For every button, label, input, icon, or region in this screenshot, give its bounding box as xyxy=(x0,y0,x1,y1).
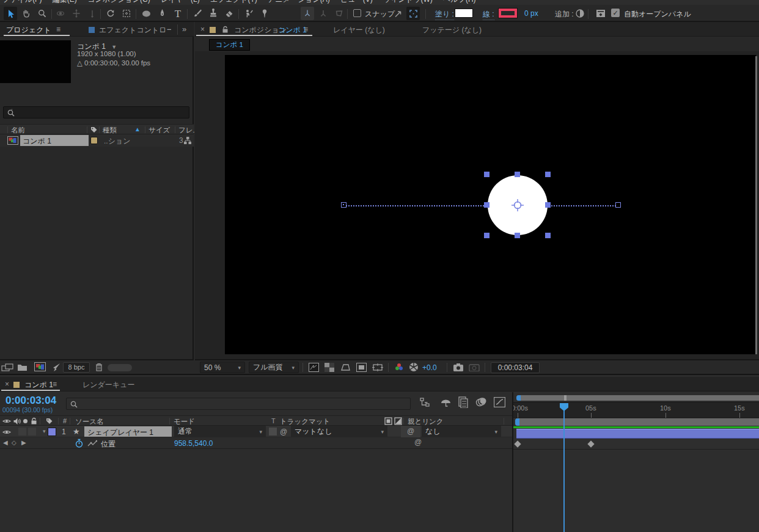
comp-tab-name[interactable]: コンポ 1 xyxy=(278,25,307,35)
current-time-display[interactable]: 0:00:03:04 xyxy=(6,395,56,407)
project-row-name[interactable]: コンポ 1 xyxy=(20,135,89,146)
preserve-transparency-icon[interactable] xyxy=(384,417,392,425)
row-label-swatch[interactable] xyxy=(90,137,98,144)
comp-tab-close-icon[interactable]: × xyxy=(200,25,205,34)
anchor-point[interactable] xyxy=(511,199,524,212)
tab-render-queue[interactable]: レンダーキュー xyxy=(82,380,134,390)
playhead-line[interactable] xyxy=(563,408,565,532)
hand-tool[interactable] xyxy=(20,7,33,20)
time-navigator-start-handle[interactable] xyxy=(516,395,521,401)
menu-layer[interactable]: レイヤー(L) xyxy=(161,0,200,4)
puppet-pin-tool[interactable] xyxy=(258,7,271,20)
stroke-label[interactable]: 線 : xyxy=(483,9,494,20)
draft-3d-icon[interactable] xyxy=(440,397,452,408)
motion-path-start-keyframe[interactable] xyxy=(341,202,346,208)
work-area-bar[interactable] xyxy=(515,418,759,426)
transparency-grid-icon[interactable] xyxy=(324,363,334,372)
view-axis-mode[interactable] xyxy=(332,7,346,20)
fill-color-swatch[interactable] xyxy=(455,9,473,18)
dolly-camera-tool[interactable] xyxy=(86,7,99,20)
snapshot-icon[interactable] xyxy=(453,363,464,371)
property-name[interactable]: 位置 xyxy=(101,439,116,450)
lock-icon[interactable] xyxy=(222,26,229,33)
tab-project[interactable]: プロジェクト xyxy=(6,25,51,35)
solo-column-icon[interactable] xyxy=(23,419,28,423)
comp-name-chevron-icon[interactable]: ▼ xyxy=(111,44,117,50)
layer-label-swatch[interactable] xyxy=(48,428,56,436)
column-size[interactable]: サイズ xyxy=(148,126,170,135)
show-snapshot-icon[interactable] xyxy=(469,363,480,371)
interpret-footage-icon[interactable] xyxy=(1,363,13,371)
delete-icon[interactable] xyxy=(95,362,103,372)
more-tabs-chevron-icon[interactable]: » xyxy=(182,24,186,34)
roto-brush-tool[interactable] xyxy=(242,7,255,20)
shape-tool-ellipse[interactable] xyxy=(139,7,153,20)
column-track-matte[interactable]: トラックマット xyxy=(280,417,330,426)
column-name[interactable]: 名前 xyxy=(11,126,25,135)
stroke-color-swatch[interactable] xyxy=(499,9,517,18)
menu-animation[interactable]: アニメーション(A) xyxy=(268,0,330,4)
selection-handle-top-left[interactable] xyxy=(484,172,490,177)
matte-pickwhip-icon[interactable]: @ xyxy=(280,428,287,436)
time-ruler[interactable]: 0:00s 05s 10s 15s xyxy=(513,402,759,418)
magnification-dropdown[interactable]: 50 %▾ xyxy=(200,362,245,373)
grid-guides-icon[interactable] xyxy=(309,363,319,372)
mask-visibility-icon[interactable] xyxy=(340,363,351,372)
video-column-icon[interactable] xyxy=(2,418,11,425)
graph-editor-icon[interactable] xyxy=(494,397,505,407)
adjustment-icon[interactable] xyxy=(51,363,61,372)
resolution-dropdown[interactable]: フル画質▾ xyxy=(249,362,299,373)
world-axis-mode[interactable] xyxy=(317,7,330,20)
layer-duration-bar[interactable] xyxy=(516,429,759,439)
add-property-icon[interactable] xyxy=(573,7,587,20)
auto-open-checkbox[interactable]: ✓ xyxy=(611,9,620,17)
audio-toggle-box[interactable] xyxy=(18,428,26,435)
snap-bounds-icon[interactable] xyxy=(406,7,420,20)
prev-keyframe-icon[interactable]: ◀ xyxy=(3,439,8,446)
selection-handle-bottom[interactable] xyxy=(515,233,520,238)
eraser-tool[interactable] xyxy=(222,7,236,20)
menu-file[interactable]: ファイル(F) xyxy=(2,0,42,4)
selection-handle-bottom-right[interactable] xyxy=(545,233,551,238)
viewer-scrollbar[interactable] xyxy=(755,56,757,354)
selection-handle-right[interactable] xyxy=(545,202,551,208)
rotation-tool[interactable] xyxy=(104,7,117,20)
channels-icon[interactable] xyxy=(394,362,404,372)
selection-tool[interactable] xyxy=(4,7,17,20)
menu-help[interactable]: ヘルプ(H) xyxy=(443,0,476,4)
clone-stamp-tool[interactable] xyxy=(207,7,220,20)
timeline-panel-menu-icon[interactable]: ≡ xyxy=(53,380,57,388)
lock-column-icon[interactable] xyxy=(31,417,37,425)
position-property-row[interactable]: ◀ ◇ ▶ 位置 958.5,540.0 @ xyxy=(0,437,512,449)
new-folder-icon[interactable] xyxy=(17,363,28,371)
selection-handle-top-right[interactable] xyxy=(545,172,551,177)
composition-mini-flowchart-icon[interactable] xyxy=(419,397,430,408)
type-tool[interactable]: T xyxy=(171,7,185,20)
parent-pickwhip-icon[interactable]: @ xyxy=(401,426,420,437)
motion-blur-icon[interactable] xyxy=(475,397,487,407)
stopwatch-icon[interactable] xyxy=(75,439,84,448)
local-axis-mode[interactable] xyxy=(301,7,314,20)
menu-composition[interactable]: コンポジション(C) xyxy=(87,0,150,4)
solo-toggle-box[interactable] xyxy=(28,428,36,435)
time-navigator-bar[interactable] xyxy=(516,395,759,401)
toggle-switches-icon[interactable] xyxy=(394,417,402,425)
property-pickwhip-icon[interactable]: @ xyxy=(414,438,422,446)
fill-label[interactable]: 塗り : xyxy=(435,9,454,20)
timeline-search-input[interactable] xyxy=(66,398,411,410)
project-search-input[interactable] xyxy=(3,106,189,118)
keyframe-5s[interactable] xyxy=(587,440,594,447)
preview-timecode[interactable]: 0:00:03:04 xyxy=(491,362,540,373)
panel-icon[interactable] xyxy=(594,7,607,20)
project-row-comp1[interactable]: コンポ 1 ..ション 3 xyxy=(0,134,194,147)
motion-path-end-keyframe[interactable] xyxy=(615,202,621,208)
label-column-icon[interactable] xyxy=(90,126,98,134)
column-framerate[interactable]: フレ.. xyxy=(178,126,197,135)
viewer-tab-comp1[interactable]: コンポ 1 xyxy=(209,39,250,51)
snap-arrow-icon[interactable] xyxy=(391,7,405,20)
tab-footage[interactable]: フッテージ (なし) xyxy=(422,25,482,35)
exposure-icon[interactable] xyxy=(409,362,419,372)
column-matte-t-icon[interactable]: T xyxy=(271,417,276,425)
project-panel-menu-icon[interactable]: ≡ xyxy=(56,25,61,34)
selection-handle-bottom-left[interactable] xyxy=(484,233,490,238)
